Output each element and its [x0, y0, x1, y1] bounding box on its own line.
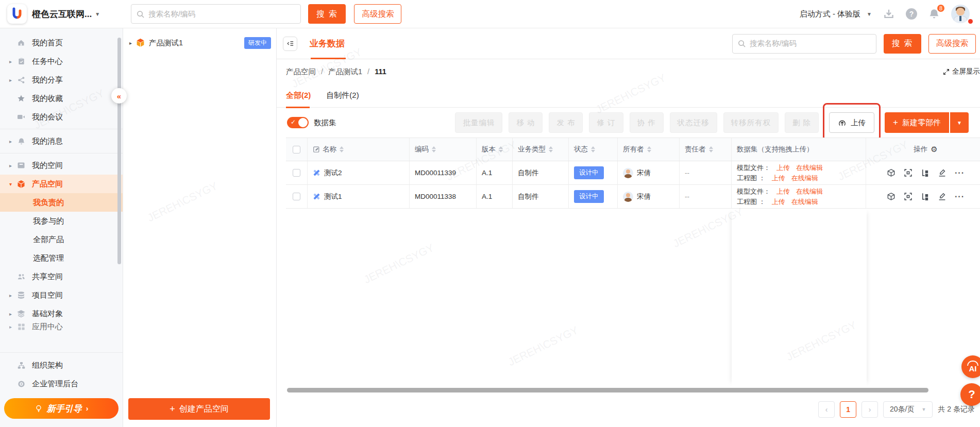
sort-icon[interactable] [340, 146, 344, 152]
filter-tab-selfmade[interactable]: 自制件(2) [326, 84, 359, 108]
sidebar-item-my-participated[interactable]: 我参与的 [0, 212, 123, 230]
batch-edit-button[interactable]: 批量编辑 [455, 112, 502, 133]
expand-caret-icon[interactable]: ▸ [9, 139, 16, 144]
structure-frame-icon[interactable] [904, 192, 913, 201]
filter-tab-all[interactable]: 全部(2) [286, 84, 311, 108]
col-header-type[interactable]: 业务类型 [518, 145, 546, 154]
table-row[interactable]: 测试2 MD00011339 A.1 自制件 设计中 宋倩 -- 模型文件： 上… [286, 161, 980, 185]
breadcrumb-product-space[interactable]: 产品空间 [286, 67, 316, 77]
panel-search-button[interactable]: 搜 索 [884, 34, 921, 54]
sidebar-item-shares[interactable]: ▸ 我的分享 [0, 71, 123, 89]
col-header-version[interactable]: 版本 [482, 145, 496, 154]
structure-frame-icon[interactable] [904, 168, 913, 177]
expand-caret-icon[interactable]: ▸ [9, 59, 16, 64]
revise-button[interactable]: 修 订 [589, 112, 623, 133]
col-header-owner[interactable]: 所有者 [623, 145, 644, 154]
newbie-guide-button[interactable]: 新手引导 › [4, 398, 119, 419]
collapse-caret-icon[interactable]: ▾ [9, 181, 16, 187]
view-3d-icon[interactable] [887, 168, 895, 177]
sidebar-item-meetings[interactable]: 我的会议 [0, 108, 123, 126]
dataset-toggle[interactable] [287, 117, 309, 128]
online-edit-link[interactable]: 在线编辑 [791, 197, 818, 207]
create-product-space-button[interactable]: + 创建产品空间 [128, 398, 270, 420]
sidebar-item-project-space[interactable]: ▸ 项目空间 [0, 286, 123, 304]
sidebar-item-my-space[interactable]: ▸ 我的空间 [0, 156, 123, 175]
page-size-select[interactable]: 20条/页 ▼ [883, 401, 933, 418]
select-all-checkbox[interactable] [293, 146, 300, 153]
part-name-link[interactable]: 测试1 [324, 192, 342, 201]
global-search-button[interactable]: 搜 索 [308, 4, 346, 24]
more-actions-icon[interactable]: ··· [955, 168, 965, 178]
upload-button[interactable]: 上传 [829, 112, 874, 133]
expand-caret-icon[interactable]: ▸ [129, 40, 132, 46]
row-checkbox[interactable] [293, 193, 300, 200]
sidebar-item-all-products[interactable]: 全部产品 [0, 230, 123, 249]
launch-mode-dropdown[interactable]: 启动方式 - 体验版 ▼ [800, 9, 872, 19]
sidebar-item-home[interactable]: 我的首页 [0, 33, 123, 52]
sidebar-item-option-management[interactable]: 选配管理 [0, 249, 123, 267]
global-adv-search-button[interactable]: 高级搜索 [354, 4, 401, 24]
sidebar-collapse-button[interactable]: « [111, 88, 127, 104]
sort-icon[interactable] [499, 146, 503, 152]
col-header-name[interactable]: 名称 [323, 145, 336, 154]
notifications-bell-icon[interactable]: 8 [928, 8, 940, 20]
sort-icon[interactable] [709, 146, 713, 152]
edit-pencil-icon[interactable] [938, 168, 947, 177]
panel-fold-icon[interactable] [283, 37, 297, 51]
row-checkbox[interactable] [293, 169, 300, 177]
horizontal-scrollbar[interactable] [287, 388, 928, 392]
expand-caret-icon[interactable]: ▸ [9, 311, 16, 317]
expand-caret-icon[interactable]: ▸ [9, 293, 16, 298]
sidebar-item-product-space[interactable]: ▾ 产品空间 [0, 175, 123, 193]
more-actions-icon[interactable]: ··· [955, 192, 965, 201]
column-settings-gear-icon[interactable]: ⚙ [931, 145, 937, 154]
sidebar-item-enterprise-admin[interactable]: 企业管理后台 [0, 374, 123, 393]
edit-pencil-icon[interactable] [938, 192, 947, 201]
upload-link[interactable]: 上传 [776, 187, 790, 196]
upload-link[interactable]: 上传 [776, 163, 790, 173]
transfer-ownership-button[interactable]: 转移所有权 [723, 112, 779, 133]
expand-caret-icon[interactable]: ▸ [9, 77, 16, 83]
upload-link[interactable]: 上传 [772, 197, 785, 207]
bom-tree-icon[interactable] [921, 192, 930, 201]
table-row[interactable]: 测试1 MD00011338 A.1 自制件 设计中 宋倩 -- 模型文件： 上… [286, 185, 980, 209]
expand-caret-icon[interactable]: ▸ [9, 163, 16, 168]
online-edit-link[interactable]: 在线编辑 [796, 163, 823, 173]
create-part-button[interactable]: + 新建零部件 [885, 112, 949, 133]
sort-icon[interactable] [549, 146, 553, 152]
collaborate-button[interactable]: 协 作 [630, 112, 664, 133]
fullscreen-toggle[interactable]: 全屏显示 [943, 67, 980, 76]
sort-icon[interactable] [647, 146, 651, 152]
tree-node-product[interactable]: ▸ 产品测试1 研发中 [123, 32, 276, 53]
panel-search-input[interactable]: 搜索名称/编码 [732, 34, 876, 54]
bom-tree-icon[interactable] [921, 168, 930, 177]
col-header-duty[interactable]: 责任者 [685, 145, 706, 154]
col-header-status[interactable]: 状态 [574, 145, 588, 154]
user-avatar[interactable] [951, 5, 970, 23]
tab-business-data[interactable]: 业务数据 [310, 28, 345, 59]
sidebar-item-shared-space[interactable]: 共享空间 [0, 267, 123, 286]
online-edit-link[interactable]: 在线编辑 [791, 174, 818, 183]
help-float-button[interactable]: ? [960, 383, 980, 406]
sidebar-scrollbar[interactable] [117, 38, 121, 264]
upload-link[interactable]: 上传 [772, 174, 785, 183]
col-header-code[interactable]: 编码 [415, 145, 429, 154]
state-transition-button[interactable]: 状态迁移 [670, 112, 717, 133]
panel-adv-search-button[interactable]: 高级搜索 [928, 34, 976, 54]
create-part-dropdown-button[interactable]: ▼ [950, 112, 969, 133]
sort-icon[interactable] [591, 146, 595, 152]
publish-button[interactable]: 发 布 [549, 112, 583, 133]
sidebar-item-app-center[interactable]: ▸ 应用中心 [0, 323, 123, 331]
online-edit-link[interactable]: 在线编辑 [796, 187, 823, 196]
sort-icon[interactable] [432, 146, 436, 152]
brand-caret-icon[interactable]: ▼ [95, 11, 100, 17]
sidebar-item-messages[interactable]: ▸ 我的消息 [0, 132, 123, 150]
delete-button[interactable]: 删 除 [785, 112, 819, 133]
sidebar-item-my-responsible[interactable]: 我负责的 [0, 193, 123, 212]
sidebar-item-favorites[interactable]: 我的收藏 [0, 89, 123, 108]
view-3d-icon[interactable] [887, 192, 895, 201]
part-name-link[interactable]: 测试2 [324, 168, 342, 178]
sidebar-item-tasks[interactable]: ▸ 任务中心 [0, 52, 123, 71]
move-button[interactable]: 移 动 [509, 112, 543, 133]
breadcrumb-product-test1[interactable]: 产品测试1 [328, 67, 362, 77]
